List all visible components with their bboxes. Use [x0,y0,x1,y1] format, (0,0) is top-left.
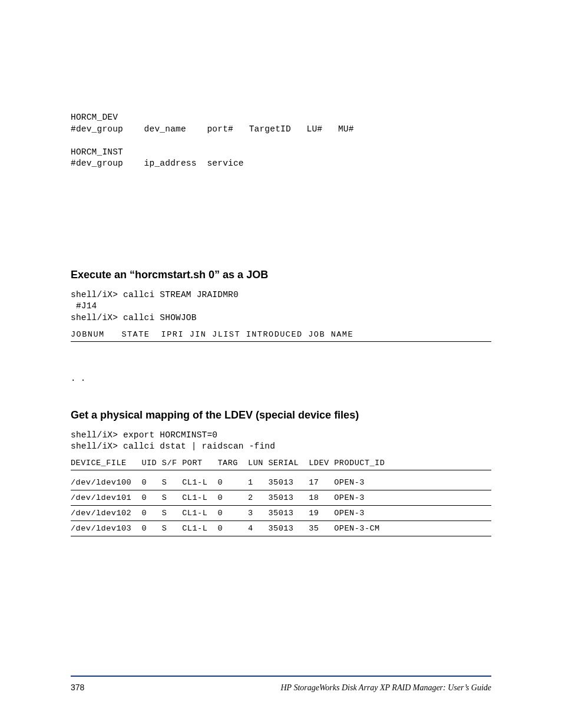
table-row: /dev/ldev102 0 S CL1-L 0 3 35013 19 OPEN… [71,506,491,521]
table-rule-2 [71,470,491,470]
section-heading-2: Get a physical mapping of the LDEV (spec… [71,409,491,421]
config-block: HORCM_DEV #dev_group dev_name port# Targ… [71,112,491,170]
table-header-1: JOBNUM STATE IPRI JIN JLIST INTRODUCED J… [71,330,491,339]
page-number: 378 [71,683,84,692]
footer-title: HP StorageWorks Disk Array XP RAID Manag… [281,683,492,693]
table-rule-1 [71,341,491,342]
page-footer: 378 HP StorageWorks Disk Array XP RAID M… [71,676,491,693]
row-divider [71,536,491,536]
table-header-2: DEVICE_FILE UID S/F PORT TARG LUN SERIAL… [71,459,491,467]
table-row: /dev/ldev100 0 S CL1-L 0 1 35013 17 OPEN… [71,475,491,490]
table-row: /dev/ldev103 0 S CL1-L 0 4 35013 35 OPEN… [71,521,491,536]
code-block-1: shell/iX> callci STREAM JRAIDMR0 #J14 sh… [71,289,491,324]
section-heading-1: Execute an “horcmstart.sh 0” as a JOB [71,269,491,281]
page-content: HORCM_DEV #dev_group dev_name port# Targ… [0,0,562,572]
ellipsis-dots: . . [71,370,491,387]
table-row: /dev/ldev101 0 S CL1-L 0 2 35013 18 OPEN… [71,490,491,505]
code-block-2: shell/iX> export HORCMINST=0 shell/iX> c… [71,430,491,453]
